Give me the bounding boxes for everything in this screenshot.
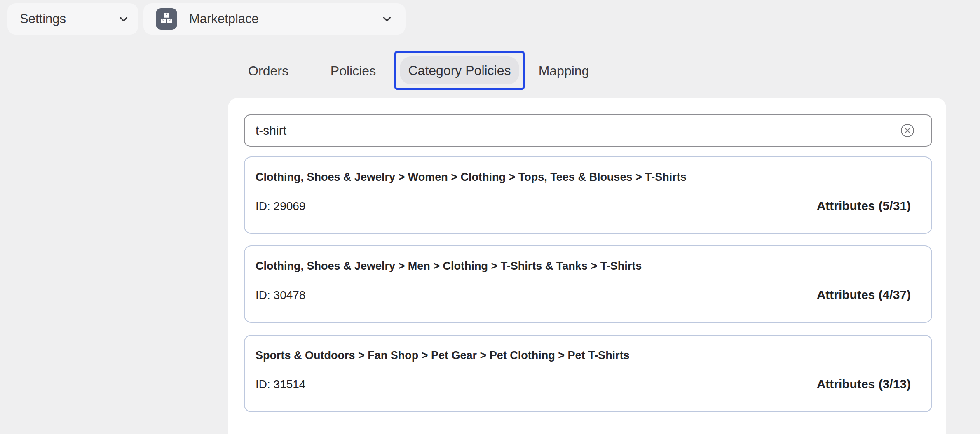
category-attributes-link[interactable]: Attributes (3/13) [817, 377, 911, 391]
category-path: Sports & Outdoors > Fan Shop > Pet Gear … [256, 349, 630, 362]
tab-policies[interactable]: Policies [331, 62, 376, 80]
category-bottom-row: ID: 29069 Attributes (5/31) [256, 199, 911, 213]
category-id: ID: 29069 [256, 200, 305, 213]
category-path: Clothing, Shoes & Jewelry > Men > Clothi… [256, 260, 642, 273]
category-bottom-row: ID: 31514 Attributes (3/13) [256, 377, 911, 391]
category-card[interactable]: Clothing, Shoes & Jewelry > Men > Clothi… [244, 245, 932, 323]
settings-dropdown-label: Settings [20, 12, 66, 26]
category-id: ID: 30478 [256, 289, 305, 302]
tab-category-policies[interactable]: Category Policies [394, 51, 525, 90]
chevron-down-icon [117, 13, 130, 25]
category-id: ID: 31514 [256, 378, 305, 391]
category-card[interactable]: Sports & Outdoors > Fan Shop > Pet Gear … [244, 335, 932, 412]
tab-mapping[interactable]: Mapping [539, 62, 589, 80]
category-attributes-link[interactable]: Attributes (4/37) [817, 288, 911, 302]
category-path: Clothing, Shoes & Jewelry > Women > Clot… [256, 171, 687, 184]
category-bottom-row: ID: 30478 Attributes (4/37) [256, 288, 911, 302]
category-attributes-link[interactable]: Attributes (5/31) [817, 199, 911, 213]
category-policies-panel: Clothing, Shoes & Jewelry > Women > Clot… [228, 98, 946, 434]
marketplace-dropdown[interactable]: Marketplace [143, 3, 406, 35]
clear-search-icon[interactable] [900, 123, 915, 138]
packages-icon [156, 8, 177, 30]
settings-dropdown[interactable]: Settings [7, 3, 138, 35]
category-card[interactable]: Clothing, Shoes & Jewelry > Women > Clot… [244, 156, 932, 234]
tab-orders[interactable]: Orders [248, 62, 288, 80]
marketplace-dropdown-label: Marketplace [189, 12, 259, 26]
tab-category-policies-label: Category Policies [400, 56, 519, 84]
category-search-box [244, 114, 932, 147]
category-search-input[interactable] [245, 115, 931, 146]
chevron-down-icon [381, 13, 393, 25]
